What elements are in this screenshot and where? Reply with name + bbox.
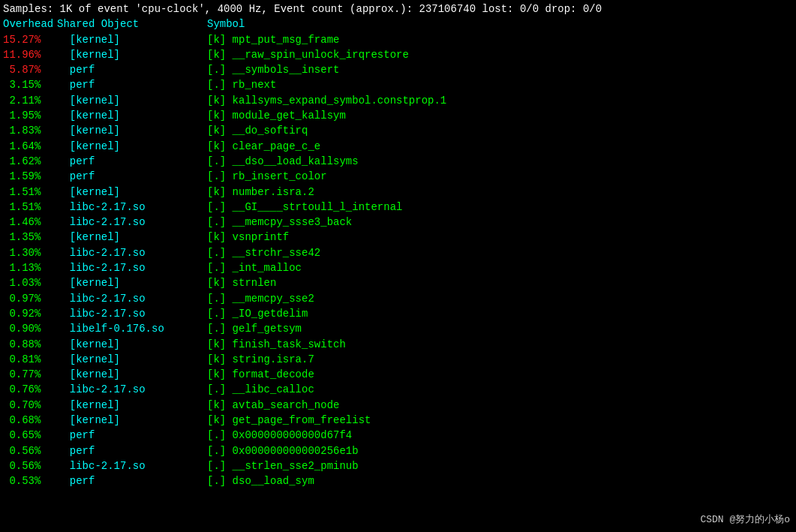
table-row: 1.59% perf [.] rb_insert_color (3, 169, 793, 184)
shared-object-header: Shared Object (57, 17, 207, 32)
shared-object-value: [kernel] (57, 230, 207, 245)
shared-object-value: [kernel] (57, 32, 207, 47)
overhead-value: 0.97% (3, 291, 57, 306)
symbol-value: [k] vsnprintf (207, 230, 289, 245)
symbol-value: [.] __memcpy_ssse3_back (207, 215, 352, 230)
symbol-value: [k] format_decode (207, 367, 314, 382)
overhead-value: 0.90% (3, 321, 57, 336)
table-row: 0.65% perf [.] 0x000000000000d67f4 (3, 428, 793, 443)
overhead-value: 2.11% (3, 93, 57, 108)
symbol-value: [k] __do_softirq (207, 123, 308, 138)
shared-object-value: [kernel] (57, 93, 207, 108)
shared-object-value: [kernel] (57, 367, 207, 382)
table-row: 1.46% libc-2.17.so [.] __memcpy_ssse3_ba… (3, 215, 793, 230)
shared-object-value: [kernel] (57, 185, 207, 200)
overhead-value: 5.87% (3, 62, 57, 77)
overhead-value: 1.13% (3, 260, 57, 275)
table-row: 2.11% [kernel] [k] kallsyms_expand_symbo… (3, 93, 793, 108)
data-rows-container: 15.27% [kernel] [k] mpt_put_msg_frame11.… (3, 32, 793, 489)
symbol-value: [.] __GI____strtoull_l_internal (207, 200, 402, 215)
symbol-value: [.] __symbols__insert (207, 62, 339, 77)
symbol-value: [k] strnlen (207, 275, 276, 290)
watermark: CSDN @努力的小杨o (700, 512, 790, 526)
shared-object-value: [kernel] (57, 398, 207, 413)
table-row: 0.77% [kernel] [k] format_decode (3, 367, 793, 382)
table-row: 1.30% libc-2.17.so [.] __strchr_sse42 (3, 245, 793, 260)
overhead-value: 0.77% (3, 367, 57, 382)
symbol-value: [.] rb_next (207, 77, 276, 92)
overhead-value: 3.15% (3, 77, 57, 92)
table-row: 1.13% libc-2.17.so [.] _int_malloc (3, 260, 793, 275)
symbol-value: [.] __libc_calloc (207, 382, 314, 397)
symbol-value: [.] __strlen_sse2_pminub (207, 458, 359, 473)
shared-object-value: [kernel] (57, 123, 207, 138)
header-line: Samples: 1K of event 'cpu-clock', 4000 H… (3, 2, 793, 17)
overhead-value: 1.30% (3, 245, 57, 260)
symbol-value: [.] __memcpy_sse2 (207, 291, 314, 306)
table-row: 0.92% libc-2.17.so [.] _IO_getdelim (3, 306, 793, 321)
symbol-value: [k] mpt_put_msg_frame (207, 32, 339, 47)
table-row: 15.27% [kernel] [k] mpt_put_msg_frame (3, 32, 793, 47)
shared-object-value: libc-2.17.so (57, 260, 207, 275)
table-row: 1.95% [kernel] [k] module_get_kallsym (3, 108, 793, 123)
symbol-value: [.] dso__load_sym (207, 473, 314, 488)
shared-object-value: perf (57, 169, 207, 184)
shared-object-value: [kernel] (57, 275, 207, 290)
overhead-value: 1.83% (3, 123, 57, 138)
shared-object-value: libc-2.17.so (57, 291, 207, 306)
symbol-value: [.] __strchr_sse42 (207, 245, 320, 260)
symbol-value: [.] gelf_getsym (207, 321, 302, 336)
overhead-value: 1.64% (3, 139, 57, 154)
overhead-value: 1.03% (3, 275, 57, 290)
overhead-header: Overhead (3, 17, 57, 32)
table-row: 3.15% perf [.] rb_next (3, 77, 793, 92)
overhead-value: 0.56% (3, 458, 57, 473)
overhead-value: 0.81% (3, 352, 57, 367)
overhead-value: 0.56% (3, 443, 57, 458)
shared-object-value: perf (57, 428, 207, 443)
symbol-value: [k] clear_page_c_e (207, 139, 320, 154)
symbol-value: [.] 0x000000000000256e1b (207, 443, 359, 458)
column-headers: Overhead Shared Object Symbol (3, 17, 793, 32)
shared-object-value: [kernel] (57, 337, 207, 352)
table-row: 1.51% libc-2.17.so [.] __GI____strtoull_… (3, 200, 793, 215)
symbol-value: [.] 0x000000000000d67f4 (207, 428, 352, 443)
overhead-value: 0.92% (3, 306, 57, 321)
shared-object-value: libc-2.17.so (57, 200, 207, 215)
symbol-value: [k] string.isra.7 (207, 352, 314, 367)
table-row: 0.81% [kernel] [k] string.isra.7 (3, 352, 793, 367)
shared-object-value: perf (57, 473, 207, 488)
symbol-value: [.] _int_malloc (207, 260, 302, 275)
table-row: 0.97% libc-2.17.so [.] __memcpy_sse2 (3, 291, 793, 306)
symbol-value: [.] _IO_getdelim (207, 306, 308, 321)
table-row: 0.56% libc-2.17.so [.] __strlen_sse2_pmi… (3, 458, 793, 473)
table-row: 1.83% [kernel] [k] __do_softirq (3, 123, 793, 138)
shared-object-value: libc-2.17.so (57, 215, 207, 230)
symbol-value: [k] avtab_search_node (207, 398, 339, 413)
symbol-value: [k] kallsyms_expand_symbol.constprop.1 (207, 93, 446, 108)
overhead-value: 0.65% (3, 428, 57, 443)
table-row: 0.68% [kernel] [k] get_page_from_freelis… (3, 413, 793, 428)
overhead-value: 1.95% (3, 108, 57, 123)
symbol-value: [.] rb_insert_color (207, 169, 327, 184)
symbol-value: [k] __raw_spin_unlock_irqrestore (207, 47, 409, 62)
overhead-value: 1.51% (3, 185, 57, 200)
table-row: 0.90% libelf-0.176.so [.] gelf_getsym (3, 321, 793, 336)
shared-object-value: perf (57, 154, 207, 169)
table-row: 1.62% perf [.] __dso__load_kallsyms (3, 154, 793, 169)
shared-object-value: perf (57, 62, 207, 77)
shared-object-value: libc-2.17.so (57, 382, 207, 397)
overhead-value: 1.46% (3, 215, 57, 230)
symbol-value: [k] number.isra.2 (207, 185, 314, 200)
table-row: 1.35% [kernel] [k] vsnprintf (3, 230, 793, 245)
overhead-value: 0.53% (3, 473, 57, 488)
symbol-header: Symbol (207, 17, 245, 32)
terminal: Samples: 1K of event 'cpu-clock', 4000 H… (0, 0, 796, 532)
table-row: 1.03% [kernel] [k] strnlen (3, 275, 793, 290)
shared-object-value: [kernel] (57, 47, 207, 62)
table-row: 11.96% [kernel] [k] __raw_spin_unlock_ir… (3, 47, 793, 62)
shared-object-value: [kernel] (57, 108, 207, 123)
table-row: 0.53% perf [.] dso__load_sym (3, 473, 793, 488)
overhead-value: 1.35% (3, 230, 57, 245)
overhead-value: 11.96% (3, 47, 57, 62)
